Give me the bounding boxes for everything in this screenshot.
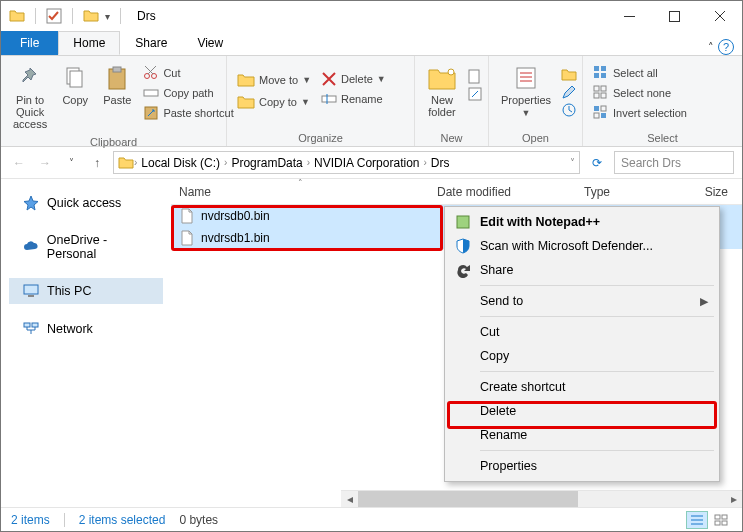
star-icon (23, 195, 39, 211)
new-folder-button[interactable]: New folder (423, 60, 461, 122)
copy-to-button[interactable]: Copy to ▼ (235, 92, 313, 112)
maximize-button[interactable] (652, 1, 697, 31)
ctx-copy[interactable]: Copy (448, 344, 716, 368)
select-none-icon (593, 85, 609, 101)
horizontal-scrollbar[interactable]: ◂ ▸ (341, 490, 742, 507)
svg-point-7 (152, 74, 157, 79)
col-size[interactable]: Size (682, 180, 742, 204)
ctx-share[interactable]: Share (448, 258, 716, 282)
back-button[interactable]: ← (9, 156, 29, 170)
svg-rect-8 (144, 90, 158, 96)
open-icon[interactable] (561, 66, 577, 82)
svg-rect-23 (601, 93, 606, 98)
ribbon-collapse-icon[interactable]: ˄ (708, 41, 714, 54)
tab-share[interactable]: Share (120, 31, 182, 55)
minimize-button[interactable] (607, 1, 652, 31)
copy-path-button[interactable]: Copy path (141, 84, 235, 102)
svg-rect-30 (24, 323, 30, 327)
view-large-button[interactable] (710, 511, 732, 529)
status-item-count: 2 items (11, 513, 50, 527)
ctx-send-to[interactable]: Send to▶ (448, 289, 716, 313)
group-label-organize: Organize (235, 130, 406, 144)
svg-rect-17 (601, 66, 606, 71)
nav-network[interactable]: Network (9, 316, 163, 342)
scissors-icon (143, 65, 159, 81)
col-date[interactable]: Date modified (429, 180, 576, 204)
svg-rect-28 (24, 285, 38, 294)
invert-selection-button[interactable]: Invert selection (591, 104, 689, 122)
paste-shortcut-button[interactable]: Paste shortcut (141, 104, 235, 122)
svg-rect-20 (594, 86, 599, 91)
history-icon[interactable] (561, 102, 577, 118)
scroll-right-icon[interactable]: ▸ (725, 491, 742, 508)
file-name: nvdrsdb1.bin (201, 231, 270, 245)
cut-button[interactable]: Cut (141, 64, 235, 82)
scroll-left-icon[interactable]: ◂ (341, 491, 358, 508)
refresh-button[interactable]: ⟳ (586, 156, 608, 170)
ctx-cut[interactable]: Cut (448, 320, 716, 344)
ctx-create-shortcut[interactable]: Create shortcut (448, 375, 716, 399)
help-icon[interactable]: ? (718, 39, 734, 55)
window-title: Drs (131, 9, 156, 23)
svg-rect-34 (722, 515, 727, 519)
svg-point-6 (145, 74, 150, 79)
forward-button[interactable]: → (35, 156, 55, 170)
ctx-scan-defender[interactable]: Scan with Microsoft Defender... (448, 234, 716, 258)
explorer-window: ▾ Drs File Home Share View ˄ ? Pin to Qu… (0, 0, 743, 532)
ctx-edit-notepadpp[interactable]: Edit with Notepad++ (448, 210, 716, 234)
delete-x-icon (321, 71, 337, 87)
column-headers: ˄Name Date modified Type Size (171, 180, 742, 205)
svg-rect-31 (32, 323, 38, 327)
titlebar: ▾ Drs (1, 1, 742, 31)
select-all-button[interactable]: Select all (591, 64, 689, 82)
svg-rect-18 (594, 73, 599, 78)
crumb[interactable]: Drs (427, 156, 454, 170)
new-item-icon[interactable] (467, 68, 483, 84)
defender-icon (455, 238, 471, 254)
recent-button[interactable]: ˅ (61, 157, 81, 168)
address-dropdown-icon[interactable]: ˅ (570, 157, 575, 168)
copy-icon (61, 64, 89, 92)
col-name[interactable]: ˄Name (171, 180, 429, 204)
paste-button[interactable]: Paste (99, 60, 135, 110)
nav-this-pc[interactable]: This PC (9, 278, 163, 304)
svg-rect-21 (601, 86, 606, 91)
checkbox-icon[interactable] (46, 8, 62, 24)
tab-home[interactable]: Home (58, 31, 120, 55)
ctx-properties[interactable]: Properties (448, 454, 716, 478)
ribbon-tabs: File Home Share View ˄ ? (1, 31, 742, 55)
status-selected-count: 2 items selected (79, 513, 166, 527)
ribbon: Pin to Quick access Copy Paste Cut Copy … (1, 55, 742, 147)
view-details-button[interactable] (686, 511, 708, 529)
properties-button[interactable]: Properties ▼ (497, 60, 555, 122)
scroll-thumb[interactable] (358, 491, 578, 508)
svg-rect-32 (457, 216, 469, 228)
group-label-open: Open (497, 130, 574, 144)
copy-button[interactable]: Copy (57, 60, 93, 110)
crumb[interactable]: ProgramData (227, 156, 306, 170)
ctx-delete[interactable]: Delete (448, 399, 716, 423)
pin-quick-access-button[interactable]: Pin to Quick access (9, 60, 51, 134)
up-button[interactable]: ↑ (87, 156, 107, 170)
edit-icon[interactable] (561, 84, 577, 100)
select-none-button[interactable]: Select none (591, 84, 689, 102)
nav-onedrive[interactable]: OneDrive - Personal (9, 228, 163, 266)
ctx-rename[interactable]: Rename (448, 423, 716, 447)
paste-icon (103, 64, 131, 92)
crumb[interactable]: Local Disk (C:) (137, 156, 224, 170)
col-type[interactable]: Type (576, 180, 682, 204)
path-icon (143, 85, 159, 101)
navigation-pane: Quick access OneDrive - Personal This PC… (1, 180, 171, 507)
crumb[interactable]: NVIDIA Corporation (310, 156, 423, 170)
search-input[interactable]: Search Drs (614, 151, 734, 174)
svg-rect-35 (715, 521, 720, 525)
tab-file[interactable]: File (1, 31, 58, 55)
move-to-button[interactable]: Move to ▼ (235, 70, 313, 90)
easy-access-icon[interactable] (467, 86, 483, 102)
nav-quick-access[interactable]: Quick access (9, 190, 163, 216)
tab-view[interactable]: View (182, 31, 238, 55)
rename-button[interactable]: Rename (319, 90, 388, 108)
close-button[interactable] (697, 1, 742, 31)
delete-button[interactable]: Delete ▼ (319, 70, 388, 88)
address-bar[interactable]: › Local Disk (C:)› ProgramData› NVIDIA C… (113, 151, 580, 174)
